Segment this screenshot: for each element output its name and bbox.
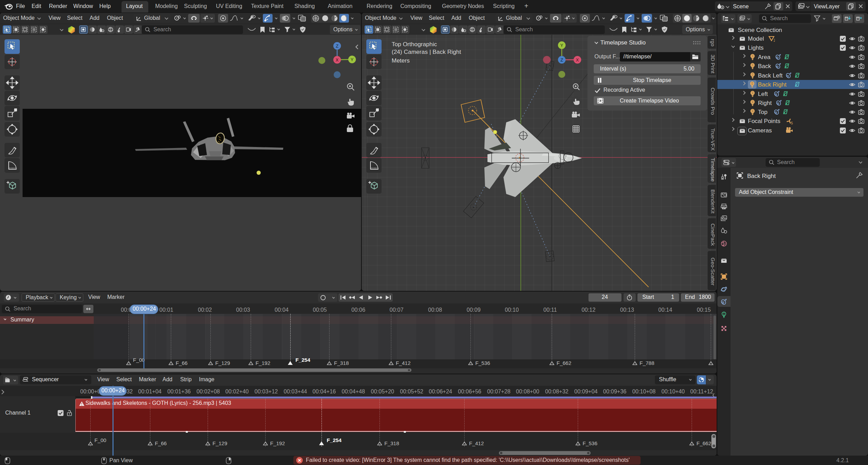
svg-text:5: 5: [791, 121, 793, 125]
svg-text:Z: Z: [560, 58, 563, 63]
svg-text:Y: Y: [351, 57, 354, 62]
svg-text:Y: Y: [560, 43, 564, 48]
svg-text:X: X: [576, 58, 579, 63]
svg-text:2: 2: [774, 39, 775, 42]
svg-text:X: X: [336, 58, 339, 63]
svg-text:Z: Z: [336, 44, 339, 49]
